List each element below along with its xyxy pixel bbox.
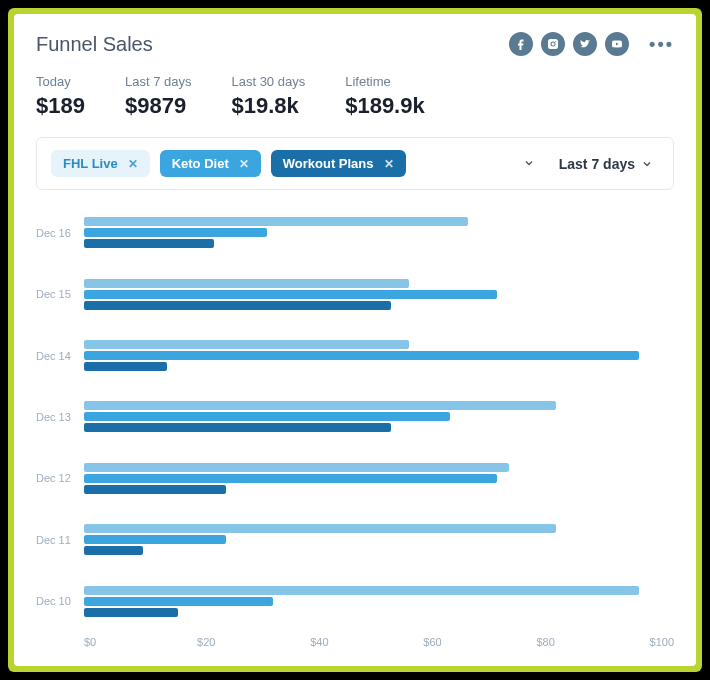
stat-value: $189.9k [345,93,425,119]
social-icons: ••• [509,32,674,56]
bar-fhl-live [84,279,409,288]
facebook-icon[interactable] [509,32,533,56]
chip-label: FHL Live [63,156,118,171]
twitter-icon[interactable] [573,32,597,56]
y-axis-tick: Dec 10 [36,571,84,632]
x-axis-tick: $60 [423,636,536,648]
chip-label: Keto Diet [172,156,229,171]
bar-keto-diet [84,351,639,360]
chart-bars-area [84,202,674,632]
bar-workout-plans [84,485,226,494]
chart-row [84,571,674,632]
bar-workout-plans [84,301,391,310]
bar-fhl-live [84,524,556,533]
date-range-select[interactable]: Last 7 days [553,152,659,176]
stat-value: $189 [36,93,85,119]
stat-last-30-days: Last 30 days $19.8k [231,74,305,119]
chart-row [84,263,674,324]
instagram-icon[interactable] [541,32,565,56]
stats-row: Today $189 Last 7 days $9879 Last 30 day… [36,74,674,119]
sales-chart: Dec 16Dec 15Dec 14Dec 13Dec 12Dec 11Dec … [36,202,674,648]
bar-keto-diet [84,535,226,544]
y-axis-tick: Dec 13 [36,386,84,447]
chevron-down-icon [641,158,653,170]
bar-fhl-live [84,463,509,472]
series-dropdown[interactable] [515,152,543,176]
close-icon[interactable]: ✕ [384,157,394,171]
chart-row [84,386,674,447]
chart-row [84,448,674,509]
filter-chip-workout-plans[interactable]: Workout Plans ✕ [271,150,406,177]
x-axis-labels: $0$20$40$60$80$100 [84,636,674,648]
card-title: Funnel Sales [36,33,153,56]
stat-value: $9879 [125,93,192,119]
filter-chip-fhl-live[interactable]: FHL Live ✕ [51,150,150,177]
youtube-icon[interactable] [605,32,629,56]
stat-label: Today [36,74,85,89]
close-icon[interactable]: ✕ [239,157,249,171]
y-axis-labels: Dec 16Dec 15Dec 14Dec 13Dec 12Dec 11Dec … [36,202,84,632]
bar-keto-diet [84,228,267,237]
x-axis-tick: $20 [197,636,310,648]
card-header: Funnel Sales ••• [36,32,674,56]
y-axis-tick: Dec 11 [36,509,84,570]
range-label: Last 7 days [559,156,635,172]
bar-fhl-live [84,217,468,226]
bar-keto-diet [84,290,497,299]
stat-label: Last 30 days [231,74,305,89]
chart-row [84,325,674,386]
bar-workout-plans [84,362,167,371]
bar-keto-diet [84,474,497,483]
y-axis-tick: Dec 12 [36,448,84,509]
y-axis-tick: Dec 16 [36,202,84,263]
bar-workout-plans [84,546,143,555]
stat-today: Today $189 [36,74,85,119]
stat-lifetime: Lifetime $189.9k [345,74,425,119]
y-axis-tick: Dec 14 [36,325,84,386]
x-axis-tick: $100 [650,636,674,648]
stat-label: Lifetime [345,74,425,89]
x-axis-tick: $0 [84,636,197,648]
bar-fhl-live [84,586,639,595]
stat-label: Last 7 days [125,74,192,89]
chart-row [84,202,674,263]
x-axis-tick: $40 [310,636,423,648]
bar-fhl-live [84,340,409,349]
bar-keto-diet [84,597,273,606]
bar-workout-plans [84,423,391,432]
filter-bar: FHL Live ✕ Keto Diet ✕ Workout Plans ✕ L… [36,137,674,190]
chart-row [84,509,674,570]
bar-fhl-live [84,401,556,410]
x-axis-tick: $80 [536,636,649,648]
chart-body: Dec 16Dec 15Dec 14Dec 13Dec 12Dec 11Dec … [36,202,674,632]
highlight-frame: Funnel Sales ••• Today $189 Last 7 days … [8,8,702,672]
more-menu[interactable]: ••• [649,34,674,55]
bar-workout-plans [84,239,214,248]
stat-last-7-days: Last 7 days $9879 [125,74,192,119]
bar-workout-plans [84,608,178,617]
bar-keto-diet [84,412,450,421]
close-icon[interactable]: ✕ [128,157,138,171]
chip-label: Workout Plans [283,156,374,171]
filter-chip-keto-diet[interactable]: Keto Diet ✕ [160,150,261,177]
funnel-sales-card: Funnel Sales ••• Today $189 Last 7 days … [14,14,696,666]
y-axis-tick: Dec 15 [36,263,84,324]
stat-value: $19.8k [231,93,305,119]
